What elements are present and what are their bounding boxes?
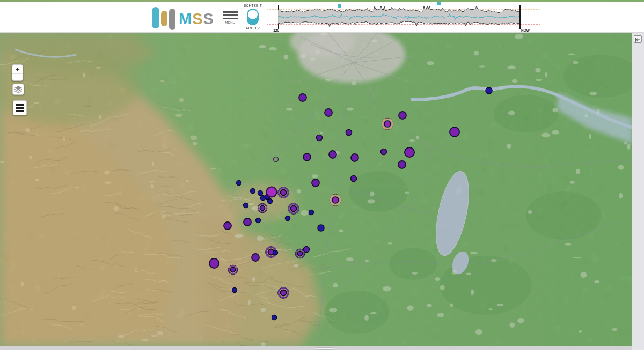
event-marker[interactable] <box>338 4 341 8</box>
station-dot[interactable] <box>384 121 391 127</box>
scrollbar-thumb[interactable] <box>314 347 336 350</box>
logo-bar-gold <box>161 11 167 26</box>
station-dot[interactable] <box>299 94 306 101</box>
app-logo: MSS <box>152 5 216 31</box>
logo-letter: S <box>203 10 214 27</box>
station-dot[interactable] <box>318 225 324 231</box>
station-dot[interactable] <box>312 179 319 187</box>
map-menu-button[interactable] <box>13 100 27 115</box>
station-dot[interactable] <box>230 267 235 272</box>
station-dot[interactable] <box>351 176 357 182</box>
terrain-map[interactable] <box>0 33 632 346</box>
zoom-out-button[interactable]: − <box>12 74 23 80</box>
station-dot[interactable] <box>237 181 241 186</box>
station-dot[interactable] <box>291 206 297 212</box>
station-dot[interactable] <box>268 199 273 204</box>
menu-button[interactable]: MENÜ <box>222 11 238 26</box>
station-dot[interactable] <box>346 130 352 136</box>
expand-panel-button[interactable] <box>634 35 642 43</box>
station-dot[interactable] <box>297 251 302 256</box>
right-panel-collapsed <box>632 33 644 350</box>
texture-light <box>0 33 632 346</box>
station-dot[interactable] <box>329 151 336 158</box>
layers-button[interactable] <box>12 84 24 95</box>
station-dot[interactable] <box>244 203 248 208</box>
station-dot[interactable] <box>351 154 358 161</box>
logo-letter: M <box>179 10 192 27</box>
station-dot[interactable] <box>317 135 323 141</box>
station-dot[interactable] <box>232 288 237 293</box>
station-dot[interactable] <box>267 187 277 197</box>
layers-icon <box>14 86 23 93</box>
station-dot[interactable] <box>281 290 287 296</box>
mode-toggle: ECHTZEIT ARCHIV <box>238 4 267 33</box>
logo-bar-gray <box>169 9 175 30</box>
zoom-control: + − <box>12 64 23 81</box>
waveform-plot <box>278 4 519 29</box>
realtime-archive-switch[interactable] <box>247 9 259 25</box>
station-dot[interactable] <box>309 210 314 215</box>
realtime-label: ECHTZEIT <box>238 4 267 8</box>
map-area: + − <box>0 33 632 346</box>
station-dot[interactable] <box>399 112 406 119</box>
timeline-start-label: -120 <box>272 28 279 32</box>
station-dot[interactable] <box>209 258 219 268</box>
event-marker[interactable] <box>437 2 441 5</box>
station-dot[interactable] <box>325 109 332 116</box>
collapse-arrow-left-icon <box>635 37 641 42</box>
seismogram-timeline[interactable]: -120 NOW <box>267 2 543 33</box>
station-dot[interactable] <box>252 254 259 261</box>
timeline-now-label: NOW <box>521 28 530 32</box>
app-window: MSS MENÜ ECHTZEIT ARCHIV <box>0 0 644 362</box>
station-dot[interactable] <box>304 247 310 253</box>
station-dot[interactable] <box>405 147 414 157</box>
station-dot[interactable] <box>303 153 311 161</box>
logo-letter: S <box>192 10 203 27</box>
station-dot[interactable] <box>273 250 278 255</box>
station-dot[interactable] <box>381 149 387 155</box>
station-dot[interactable] <box>332 197 339 203</box>
station-dot[interactable] <box>398 161 406 168</box>
app-header: MSS MENÜ ECHTZEIT ARCHIV <box>0 2 644 33</box>
station-dot[interactable] <box>281 190 287 196</box>
station-dot[interactable] <box>486 87 492 94</box>
station-dot[interactable] <box>244 218 251 226</box>
toggle-knob[interactable] <box>248 10 258 19</box>
menu-label: MENÜ <box>222 21 238 24</box>
hamburger-icon <box>222 11 238 19</box>
archive-label: ARCHIV <box>238 26 267 30</box>
station-dot[interactable] <box>286 216 290 221</box>
station-dot[interactable] <box>260 205 265 210</box>
horizontal-scrollbar[interactable] <box>0 346 632 350</box>
timeline-axis-now <box>519 5 521 29</box>
logo-text: MSS <box>179 10 214 28</box>
station-dot[interactable] <box>274 157 279 162</box>
station-dot[interactable] <box>450 127 459 137</box>
station-dot[interactable] <box>251 189 255 194</box>
station-dot[interactable] <box>258 191 263 196</box>
zoom-in-button[interactable]: + <box>12 65 23 74</box>
station-dot[interactable] <box>272 315 277 320</box>
station-dot[interactable] <box>256 218 261 223</box>
logo-bar-teal <box>152 7 159 28</box>
station-dot[interactable] <box>224 222 231 230</box>
hamburger-bold-icon <box>13 104 26 112</box>
